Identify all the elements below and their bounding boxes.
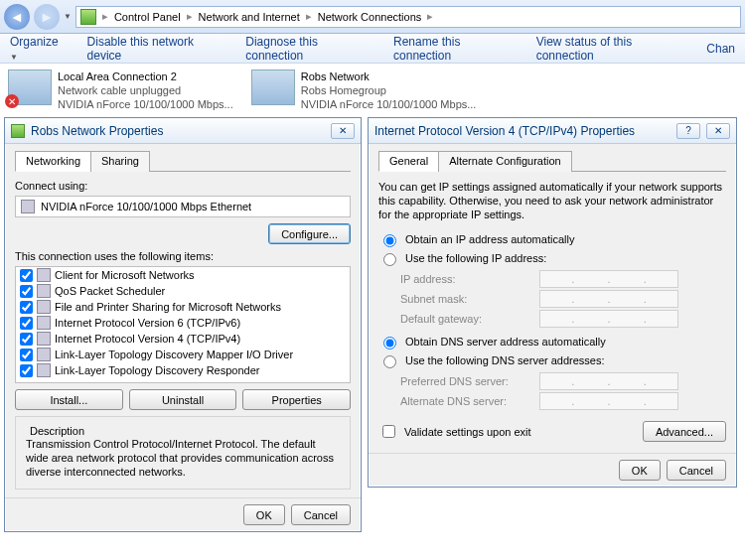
component-icon bbox=[37, 284, 51, 298]
breadcrumb-network-internet[interactable]: Network and Internet bbox=[199, 11, 300, 23]
bc-sep: ▸ bbox=[102, 10, 108, 23]
rename-connection[interactable]: Rename this connection bbox=[393, 35, 517, 63]
gateway-field: ... bbox=[539, 310, 678, 328]
list-item[interactable]: Internet Protocol Version 6 (TCP/IPv6) bbox=[16, 315, 350, 331]
validate-checkbox[interactable] bbox=[382, 425, 395, 438]
close-button[interactable]: ✕ bbox=[331, 123, 355, 139]
network-item-lac2[interactable]: ✕ Local Area Connection 2 Network cable … bbox=[8, 70, 233, 111]
breadcrumb-control-panel[interactable]: Control Panel bbox=[114, 11, 181, 23]
item-checkbox[interactable] bbox=[20, 285, 33, 298]
net-status: Robs Homegroup bbox=[301, 83, 477, 97]
error-icon: ✕ bbox=[5, 94, 19, 108]
adapter-display: NVIDIA nForce 10/100/1000 Mbps Ethernet bbox=[15, 196, 351, 217]
network-item-robs[interactable]: Robs Network Robs Homegroup NVIDIA nForc… bbox=[251, 70, 477, 111]
pdns-label: Preferred DNS server: bbox=[400, 375, 539, 387]
item-label: Internet Protocol Version 6 (TCP/IPv6) bbox=[55, 317, 240, 329]
net-title: Local Area Connection 2 bbox=[58, 70, 233, 83]
organize-menu[interactable]: Organize ▼ bbox=[10, 35, 68, 63]
address-bar[interactable]: ▸ Control Panel ▸ Network and Internet ▸… bbox=[75, 6, 741, 28]
radio-label: Use the following DNS server addresses: bbox=[405, 354, 605, 366]
cancel-button[interactable]: Cancel bbox=[667, 460, 726, 481]
component-icon bbox=[37, 363, 51, 377]
advanced-button[interactable]: Advanced... bbox=[643, 421, 726, 442]
back-button[interactable]: ◄ bbox=[4, 4, 30, 30]
description-text: Transmission Control Protocol/Internet P… bbox=[26, 437, 340, 479]
radio-auto-dns[interactable] bbox=[383, 337, 396, 350]
item-checkbox[interactable] bbox=[20, 269, 33, 282]
ip-address-field: ... bbox=[539, 270, 678, 288]
list-item[interactable]: File and Printer Sharing for Microsoft N… bbox=[16, 299, 350, 315]
list-item[interactable]: Link-Layer Topology Discovery Mapper I/O… bbox=[16, 347, 350, 362]
radio-manual-ip[interactable] bbox=[383, 253, 396, 266]
bc-sep: ▸ bbox=[306, 10, 312, 23]
history-dropdown[interactable]: ▼ bbox=[64, 12, 72, 21]
radio-label: Obtain DNS server address automatically bbox=[405, 336, 606, 348]
item-checkbox[interactable] bbox=[20, 349, 33, 361]
ip-address-label: IP address: bbox=[400, 273, 539, 285]
install-button[interactable]: Install... bbox=[15, 389, 123, 410]
list-item[interactable]: Internet Protocol Version 4 (TCP/IPv4) bbox=[16, 331, 350, 347]
radio-auto-ip[interactable] bbox=[383, 234, 396, 247]
tab-general[interactable]: General bbox=[378, 151, 439, 172]
adapter-icon bbox=[21, 200, 35, 213]
list-item[interactable]: QoS Packet Scheduler bbox=[16, 283, 350, 299]
radio-manual-dns[interactable] bbox=[383, 355, 396, 368]
net-adapter: NVIDIA nForce 10/100/1000 Mbps... bbox=[301, 97, 477, 111]
network-icon: ✕ bbox=[8, 70, 52, 105]
item-checkbox[interactable] bbox=[20, 333, 33, 346]
tab-sharing[interactable]: Sharing bbox=[90, 151, 150, 172]
item-label: Internet Protocol Version 4 (TCP/IPv4) bbox=[55, 333, 240, 345]
configure-button[interactable]: Configure... bbox=[268, 223, 351, 244]
net-status: Network cable unplugged bbox=[58, 83, 233, 97]
component-icon bbox=[37, 332, 51, 346]
item-checkbox[interactable] bbox=[20, 364, 33, 377]
validate-label: Validate settings upon exit bbox=[404, 426, 531, 438]
item-checkbox[interactable] bbox=[20, 317, 33, 330]
items-label: This connection uses the following items… bbox=[15, 250, 351, 262]
dialog-title: Internet Protocol Version 4 (TCP/IPv4) P… bbox=[374, 124, 635, 138]
bc-sep: ▸ bbox=[427, 10, 433, 23]
item-label: File and Printer Sharing for Microsoft N… bbox=[55, 301, 281, 313]
control-panel-icon bbox=[80, 9, 96, 25]
description-label: Description bbox=[26, 425, 88, 437]
bc-sep: ▸ bbox=[187, 10, 193, 23]
view-status[interactable]: View status of this connection bbox=[536, 35, 687, 63]
item-checkbox[interactable] bbox=[20, 301, 33, 314]
close-button[interactable]: ✕ bbox=[706, 123, 730, 139]
item-label: Link-Layer Topology Discovery Responder bbox=[55, 364, 259, 376]
component-icon bbox=[37, 268, 51, 282]
component-icon bbox=[37, 348, 51, 361]
change-settings[interactable]: Chan bbox=[706, 42, 735, 56]
help-button[interactable]: ? bbox=[676, 123, 700, 139]
ok-button[interactable]: OK bbox=[243, 504, 285, 525]
item-label: Link-Layer Topology Discovery Mapper I/O… bbox=[55, 349, 293, 360]
dialog-tcpip-properties: Internet Protocol Version 4 (TCP/IPv4) P… bbox=[368, 117, 737, 488]
component-icon bbox=[37, 316, 51, 330]
list-item[interactable]: Link-Layer Topology Discovery Responder bbox=[16, 362, 350, 378]
breadcrumb-network-connections[interactable]: Network Connections bbox=[318, 11, 422, 23]
components-list[interactable]: Client for Microsoft Networks QoS Packet… bbox=[15, 266, 351, 383]
tab-networking[interactable]: Networking bbox=[15, 151, 91, 172]
item-label: QoS Packet Scheduler bbox=[55, 285, 165, 297]
properties-button[interactable]: Properties bbox=[242, 389, 351, 410]
network-icon bbox=[251, 70, 295, 105]
diagnose-connection[interactable]: Diagnose this connection bbox=[245, 35, 373, 63]
info-text: You can get IP settings assigned automat… bbox=[378, 180, 726, 221]
forward-button[interactable]: ► bbox=[34, 4, 60, 30]
gateway-label: Default gateway: bbox=[400, 313, 539, 325]
subnet-label: Subnet mask: bbox=[400, 293, 539, 305]
adapter-name: NVIDIA nForce 10/100/1000 Mbps Ethernet bbox=[41, 201, 251, 212]
radio-label: Use the following IP address: bbox=[405, 252, 546, 264]
dialog-title: Robs Network Properties bbox=[31, 124, 163, 138]
cancel-button[interactable]: Cancel bbox=[291, 504, 351, 525]
uninstall-button[interactable]: Uninstall bbox=[129, 389, 237, 410]
component-icon bbox=[37, 300, 51, 314]
list-item[interactable]: Client for Microsoft Networks bbox=[16, 267, 350, 283]
adns-field: ... bbox=[539, 392, 678, 410]
radio-label: Obtain an IP address automatically bbox=[405, 233, 574, 245]
net-adapter: NVIDIA nForce 10/100/1000 Mbps... bbox=[58, 97, 233, 111]
tab-alternate[interactable]: Alternate Configuration bbox=[438, 151, 572, 172]
ok-button[interactable]: OK bbox=[619, 460, 661, 481]
adns-label: Alternate DNS server: bbox=[400, 395, 539, 407]
disable-device[interactable]: Disable this network device bbox=[87, 35, 226, 63]
